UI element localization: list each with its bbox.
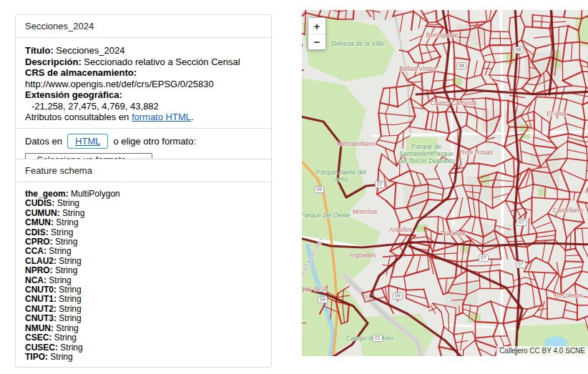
layer-metadata: Título: Secciones_2024Descripción: Secci… xyxy=(16,38,271,128)
schema-field-type: String xyxy=(53,265,78,275)
schema-field-row: CNUT1: String xyxy=(25,295,262,304)
formats-prefix-label: Datos en xyxy=(25,136,62,147)
schema-field-type: String xyxy=(52,333,77,343)
schema-field-row: NPRO: String xyxy=(25,266,262,275)
schema-field-row: CDIS: String xyxy=(25,228,262,237)
schema-field-type: String xyxy=(57,285,82,295)
zoom-in-button[interactable]: + xyxy=(308,18,325,34)
schema-field-name: CSEC: xyxy=(25,333,52,343)
page: Secciones_2024 Título: Secciones_2024Des… xyxy=(0,0,588,374)
zoom-out-button[interactable]: − xyxy=(308,34,325,49)
schema-field-row: CUSEC: String xyxy=(25,343,262,353)
schema-field-row: CMUN: String xyxy=(25,218,262,227)
schema-field-name: NCA: xyxy=(25,275,46,285)
formats-suffix-label: o elige otro formato: xyxy=(113,136,196,147)
schema-field-name: CUMUN: xyxy=(25,208,60,218)
schema-field-name: CDIS: xyxy=(25,227,49,237)
map-canvas xyxy=(302,10,588,356)
schema-field-type: String xyxy=(46,246,72,256)
schema-field-name: NPRO: xyxy=(25,265,53,275)
schema-field-name: CNUT1: xyxy=(25,294,57,304)
schema-field-row: NMUN: String xyxy=(25,324,262,333)
schema-field-name: CCA: xyxy=(25,246,46,256)
attributes-note: Atributos consultables en formato HTML. xyxy=(25,112,262,123)
map-zoom-control: + − xyxy=(308,17,326,50)
map-attribution: Callejero CC BY 4.0 SCNE xyxy=(496,346,588,356)
formato-html-link[interactable]: formato HTML xyxy=(132,112,191,122)
schema-field-name: CNUT0: xyxy=(25,285,57,295)
metadata-row: Título: Secciones_2024 xyxy=(25,45,262,56)
schema-field-row: CLAU2: String xyxy=(25,257,262,266)
schema-field-row: CCA: String xyxy=(25,247,262,256)
schema-field-type: String xyxy=(60,208,85,218)
schema-field-name: CUDIS: xyxy=(25,198,54,208)
schema-field-type: String xyxy=(53,237,78,247)
metadata-label: Descripción: xyxy=(25,56,82,67)
schema-panel-title: Feature schema xyxy=(16,159,271,182)
schema-field-type: String xyxy=(46,275,72,285)
attributes-note-suffix: . xyxy=(191,112,194,122)
schema-field-row: CUDIS: String xyxy=(25,199,262,208)
metadata-row: CRS de almacenamiento: http://www.opengi… xyxy=(25,67,262,89)
metadata-row: Extensión geográfica: xyxy=(25,89,262,101)
schema-field-name: CUSEC: xyxy=(25,343,58,353)
schema-field-type: String xyxy=(48,352,73,362)
metadata-value: Secciones_2024 xyxy=(54,45,125,56)
map[interactable]: Dehesa de la VillaBerrugueteBellas Vista… xyxy=(302,10,588,356)
attributes-note-prefix: Atributos consultables en xyxy=(25,112,132,122)
extent-values: -21,258, 27,475, 4,769, 43,882 xyxy=(25,101,262,112)
feature-schema-panel: Feature schema the_geom: MultiPolygonCUD… xyxy=(15,159,272,368)
schema-field-type: String xyxy=(49,227,74,237)
metadata-value: http://www.opengis.net/def/crs/EPSG/0/25… xyxy=(25,79,214,89)
schema-field-type: String xyxy=(57,256,82,266)
layer-panel-title: Secciones_2024 xyxy=(16,15,271,38)
schema-field-row: CPRO: String xyxy=(25,237,262,247)
schema-field-name: NMUN: xyxy=(25,323,54,333)
schema-field-type: String xyxy=(54,323,79,333)
metadata-row: Descripción: Seccionado relativo a Secci… xyxy=(25,56,262,68)
metadata-label: Extensión geográfica: xyxy=(25,89,122,100)
schema-field-row: CNUT0: String xyxy=(25,285,262,295)
schema-field-name: CPRO: xyxy=(25,237,53,247)
schema-field-row: CUMUN: String xyxy=(25,209,262,218)
schema-field-name: the_geom: xyxy=(25,189,69,199)
schema-field-name: CLAU2: xyxy=(25,256,57,266)
metadata-value: Seccionado relativo a Sección Censal xyxy=(82,56,240,67)
schema-field-name: TIPO: xyxy=(25,352,48,362)
schema-field-type: String xyxy=(54,198,79,208)
schema-field-row: the_geom: MultiPolygon xyxy=(25,190,262,199)
schema-field-list: the_geom: MultiPolygonCUDIS: StringCUMUN… xyxy=(16,182,271,367)
schema-field-row: CSEC: String xyxy=(25,333,262,343)
schema-field-type: String xyxy=(57,313,82,323)
schema-field-row: CNUT2: String xyxy=(25,305,262,314)
schema-field-type: MultiPolygon xyxy=(69,189,120,199)
schema-field-row: NCA: String xyxy=(25,276,262,285)
schema-field-row: TIPO: String xyxy=(25,353,262,362)
schema-field-row: CNUT3: String xyxy=(25,314,262,323)
schema-field-type: String xyxy=(57,294,82,304)
metadata-lines: Título: Secciones_2024Descripción: Secci… xyxy=(25,45,262,101)
schema-field-type: String xyxy=(57,304,82,314)
layer-info-panel: Secciones_2024 Título: Secciones_2024Des… xyxy=(15,14,272,175)
schema-field-name: CNUT3: xyxy=(25,313,57,323)
metadata-label: Título: xyxy=(25,45,54,56)
html-format-button[interactable]: HTML xyxy=(67,134,108,149)
formats-row: Datos en HTML o elige otro formato: xyxy=(25,134,262,149)
schema-field-name: CMUN: xyxy=(25,217,54,227)
schema-field-name: CNUT2: xyxy=(25,304,57,314)
schema-field-type: String xyxy=(58,343,83,353)
schema-field-type: String xyxy=(54,217,79,227)
metadata-label: CRS de almacenamiento: xyxy=(25,67,137,78)
